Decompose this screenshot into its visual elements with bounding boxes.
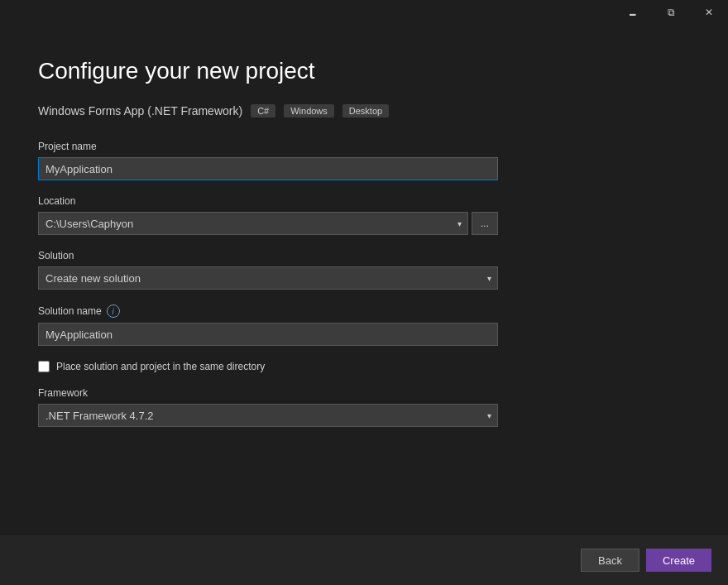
solution-section: Solution Create new solution Add to solu… [38,250,690,290]
location-label: Location [38,195,690,207]
solution-select[interactable]: Create new solution Add to solution [38,266,498,290]
restore-button[interactable]: ⧉ [652,0,690,25]
solution-select-wrapper: Create new solution Add to solution ▾ [38,266,498,290]
browse-button[interactable]: ... [472,212,498,235]
create-button[interactable]: Create [646,549,711,572]
framework-select[interactable]: .NET Framework 4.7.2 .NET Framework 4.8 [38,404,498,427]
tag-windows: Windows [284,104,334,117]
solution-name-input[interactable] [38,323,498,346]
back-button[interactable]: Back [581,549,639,572]
tag-csharp: C# [251,104,275,117]
project-name-section: Project name [38,141,690,180]
location-row: C:\Users\Caphyon ▾ ... [38,212,498,235]
same-directory-checkbox[interactable] [38,361,50,372]
framework-select-wrapper: .NET Framework 4.7.2 .NET Framework 4.8 … [38,404,498,427]
solution-label: Solution [38,250,690,261]
tag-desktop: Desktop [342,104,389,117]
location-select[interactable]: C:\Users\Caphyon [38,212,468,235]
location-section: Location C:\Users\Caphyon ▾ ... [38,195,690,235]
minimize-button[interactable]: 🗕 [614,0,652,25]
same-directory-label: Place solution and project in the same d… [56,361,265,372]
project-type-name: Windows Forms App (.NET Framework) [38,104,242,117]
location-select-wrapper: C:\Users\Caphyon ▾ [38,212,468,235]
project-name-input[interactable] [38,157,498,180]
project-name-label: Project name [38,141,690,152]
page-title: Configure your new project [38,58,690,84]
footer: Back Create [0,535,728,585]
same-directory-row: Place solution and project in the same d… [38,361,690,372]
solution-name-label: Solution name i [38,304,690,318]
solution-name-info-icon[interactable]: i [107,304,120,318]
framework-label: Framework [38,387,690,399]
solution-name-section: Solution name i [38,304,690,346]
title-bar: 🗕 ⧉ ✕ [614,0,728,25]
close-button[interactable]: ✕ [690,0,728,25]
framework-section: Framework .NET Framework 4.7.2 .NET Fram… [38,387,690,427]
project-type-row: Windows Forms App (.NET Framework) C# Wi… [38,104,690,117]
main-content: Configure your new project Windows Forms… [0,25,728,585]
